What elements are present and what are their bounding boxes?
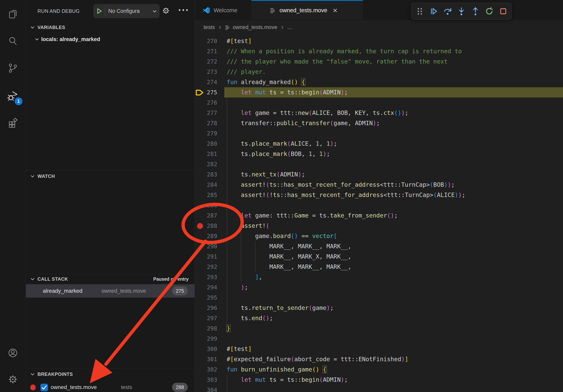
gutter-cell[interactable]: 283: [195, 169, 224, 180]
breadcrumb-item-tests[interactable]: tests: [204, 24, 215, 30]
move-file-icon: [225, 25, 230, 30]
tab-welcome[interactable]: Welcome: [195, 0, 251, 21]
gutter-cell[interactable]: 301: [195, 354, 224, 364]
breakpoint-checkbox[interactable]: [40, 384, 48, 391]
breadcrumb-item-file[interactable]: owned_tests.move: [225, 24, 277, 30]
breadcrumb-item-symbol[interactable]: ...: [287, 24, 292, 30]
chevron-down-icon: [152, 9, 157, 14]
step-over-button[interactable]: [442, 6, 453, 17]
gutter-cell[interactable]: 278: [195, 118, 224, 128]
launch-config-dropdown[interactable]: No Configura: [93, 4, 160, 18]
code-line: 278transfer::public_transfer(game, ADMIN…: [195, 118, 563, 128]
section-call-stack[interactable]: CALL STACK Paused on entry: [26, 274, 194, 284]
indent-guide: [227, 139, 227, 149]
toolbar-drag-handle[interactable]: [414, 6, 425, 17]
indent-guide: [227, 251, 227, 262]
gutter-cell[interactable]: 279: [195, 128, 224, 139]
gutter-cell[interactable]: 273: [195, 67, 224, 77]
code-line: 303let mut ts = ts::begin(ADMIN);: [195, 375, 563, 385]
gutter-cell[interactable]: 298: [195, 323, 224, 334]
editor-group: Welcome owned_tests.move: [195, 0, 563, 392]
code-line-content: }: [224, 323, 563, 334]
line-number: 292: [207, 263, 217, 270]
gutter-cell[interactable]: 294: [195, 282, 224, 292]
gutter-cell[interactable]: 304: [195, 385, 224, 392]
code-line-content: ts.place_mark(BOB, 1, 1);: [224, 149, 563, 159]
gutter-cell[interactable]: 284: [195, 180, 224, 190]
indent-guide: [241, 241, 241, 251]
line-number: 275: [207, 89, 217, 96]
stop-button[interactable]: [498, 6, 509, 17]
gutter-cell[interactable]: 270: [195, 36, 224, 46]
code-line-content: MARK__, MARK__, MARK__,: [224, 262, 563, 272]
indent-guide: [227, 108, 227, 118]
gutter-cell[interactable]: 295: [195, 292, 224, 303]
code-line-content: ts.next_tx(ADMIN);: [224, 169, 563, 180]
gutter-cell[interactable]: 289: [195, 231, 224, 241]
gutter-cell[interactable]: 288: [195, 221, 224, 231]
code-line-content: fun already_marked() {: [224, 77, 563, 87]
start-debug-play-icon[interactable]: [93, 7, 105, 16]
activity-item-explorer[interactable]: [0, 3, 26, 25]
breakpoint-dot-icon[interactable]: [197, 223, 203, 229]
section-variables[interactable]: VARIABLES: [26, 22, 194, 33]
activity-item-source-control[interactable]: [0, 57, 26, 79]
tab-owned-tests-move[interactable]: owned_tests.move: [251, 0, 363, 20]
gutter-cell[interactable]: 287: [195, 210, 224, 221]
gutter-cell[interactable]: 271: [195, 46, 224, 56]
code-line: 304: [195, 385, 563, 392]
gutter-cell[interactable]: 299: [195, 334, 224, 344]
gutter-cell[interactable]: 275: [195, 87, 224, 97]
call-stack-frame-row[interactable]: already_marked owned_tests.move 275: [26, 284, 194, 298]
code-line-content: fun burn_unfinished_game() {: [224, 364, 563, 375]
close-icon[interactable]: [333, 8, 338, 13]
gutter-cell[interactable]: 276: [195, 97, 224, 108]
restart-button[interactable]: [484, 6, 495, 17]
code-line-content: [224, 128, 563, 139]
indent-guide: [241, 272, 241, 282]
code-line-content: MARK__, MARK_X, MARK__,: [224, 251, 563, 262]
gutter-cell[interactable]: 277: [195, 108, 224, 118]
indent-guide: [241, 262, 241, 272]
gutter-cell[interactable]: 302: [195, 364, 224, 375]
section-label: BREAKPOINTS: [38, 371, 73, 377]
gutter-cell[interactable]: 286: [195, 200, 224, 210]
activity-item-search[interactable]: [0, 30, 26, 52]
gutter-cell[interactable]: 303: [195, 375, 224, 385]
gutter-cell[interactable]: 280: [195, 139, 224, 149]
gutter-cell[interactable]: 291: [195, 251, 224, 262]
activity-item-accounts[interactable]: [0, 342, 26, 364]
gutter-cell[interactable]: 285: [195, 190, 224, 200]
gutter-cell[interactable]: 296: [195, 303, 224, 313]
breakpoint-dot-icon: [30, 384, 36, 391]
line-number: 302: [207, 366, 217, 373]
section-breakpoints[interactable]: BREAKPOINTS: [26, 369, 194, 379]
step-into-button[interactable]: [456, 6, 467, 17]
breakpoint-list-item[interactable]: owned_tests.move tests 288: [26, 381, 194, 392]
activity-item-extensions[interactable]: [0, 112, 26, 134]
gutter-cell[interactable]: 281: [195, 149, 224, 159]
section-watch[interactable]: WATCH: [26, 171, 194, 182]
line-number: 271: [207, 48, 217, 55]
indent-guide: [227, 149, 227, 159]
gutter-cell[interactable]: 292: [195, 262, 224, 272]
code-editor[interactable]: 270#[test]271/// When a position is alre…: [195, 34, 563, 392]
gutter-cell[interactable]: 282: [195, 159, 224, 169]
gutter-cell[interactable]: 272: [195, 56, 224, 67]
more-actions-icon[interactable]: [178, 9, 188, 12]
gutter-cell[interactable]: 293: [195, 272, 224, 282]
gutter-cell[interactable]: 290: [195, 241, 224, 251]
gutter-cell[interactable]: 274: [195, 77, 224, 87]
gutter-cell[interactable]: 300: [195, 344, 224, 354]
section-divider: [26, 368, 194, 368]
frame-function-name: already_marked: [43, 284, 82, 298]
step-out-button[interactable]: [470, 6, 481, 17]
debug-toolbar: [411, 3, 512, 20]
code-line: 295: [195, 292, 563, 303]
activity-item-run-and-debug[interactable]: 1: [0, 85, 26, 107]
variables-locals-row[interactable]: locals: already_marked: [26, 34, 194, 45]
activity-item-settings[interactable]: [0, 368, 26, 391]
gutter-cell[interactable]: 297: [195, 313, 224, 323]
continue-button[interactable]: [428, 6, 439, 17]
debug-settings-gear-icon[interactable]: [162, 6, 170, 15]
